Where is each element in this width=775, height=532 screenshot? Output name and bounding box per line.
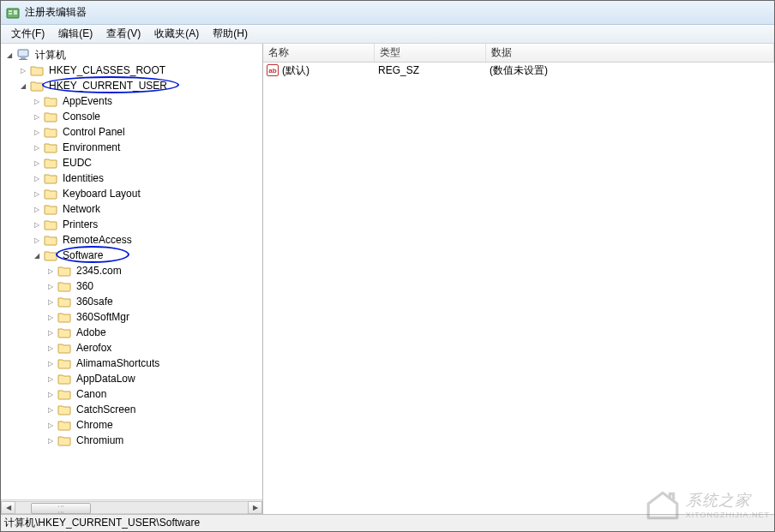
expander-icon[interactable]: [4, 50, 15, 60]
tree-label: EUDC: [61, 157, 93, 169]
tree-item-control-panel[interactable]: Control Panel: [32, 124, 262, 140]
folder-icon: [57, 326, 71, 338]
expander-icon[interactable]: [45, 404, 56, 415]
tree-label: Environment: [61, 141, 122, 153]
tree-item-software[interactable]: Software: [32, 248, 262, 263]
expander-icon[interactable]: [32, 173, 42, 183]
list-header: 名称 类型 数据: [263, 44, 774, 63]
scroll-left-arrow[interactable]: ◀: [1, 501, 15, 514]
tree-item-environment[interactable]: Environment: [32, 140, 262, 155]
expander-icon[interactable]: [32, 250, 42, 260]
column-header-data[interactable]: 数据: [486, 44, 774, 62]
tree-item-aerofox[interactable]: Aerofox: [45, 340, 262, 356]
statusbar: 计算机\HKEY_CURRENT_USER\Software: [1, 514, 774, 531]
expander-icon[interactable]: [45, 374, 56, 384]
tree-label: HKEY_CURRENT_USER: [47, 80, 169, 92]
tree-label: AlimamaShortcuts: [75, 357, 161, 369]
column-header-name[interactable]: 名称: [263, 44, 375, 62]
tree-item-keyboard-layout[interactable]: Keyboard Layout: [32, 186, 262, 201]
tree-item-catchscreen[interactable]: CatchScreen: [45, 402, 262, 417]
tree-item-360softmgr[interactable]: 360SoftMgr: [45, 309, 262, 325]
tree-item-hkcr[interactable]: HKEY_CLASSES_ROOT: [18, 63, 262, 78]
tree-root-computer[interactable]: 计算机: [4, 47, 262, 63]
expander-icon[interactable]: [32, 204, 42, 214]
tree-h-scrollbar[interactable]: ◀ ▶: [1, 499, 262, 514]
menu-edit[interactable]: 编辑(E): [51, 25, 99, 43]
list-body[interactable]: ab (默认) REG_SZ (数值未设置): [263, 63, 774, 514]
expander-icon[interactable]: [45, 343, 56, 353]
expander-icon[interactable]: [45, 266, 56, 276]
tree-item-printers[interactable]: Printers: [32, 217, 262, 232]
menu-view[interactable]: 查看(V): [99, 25, 147, 43]
tree-item-appevents[interactable]: AppEvents: [32, 93, 262, 109]
tree-label: Software: [61, 249, 105, 261]
tree-label: Control Panel: [61, 126, 127, 138]
expander-icon[interactable]: [45, 327, 56, 338]
svg-rect-4: [18, 50, 28, 57]
expander-icon[interactable]: [45, 296, 56, 307]
folder-icon: [57, 357, 71, 369]
expander-icon[interactable]: [45, 281, 56, 291]
tree-item-360safe[interactable]: 360safe: [45, 294, 262, 309]
expander-icon[interactable]: [32, 219, 42, 230]
expander-icon[interactable]: [45, 420, 56, 430]
expander-icon[interactable]: [32, 96, 42, 106]
tree-item-adobe[interactable]: Adobe: [45, 325, 262, 340]
tree-item-appdatalow[interactable]: AppDataLow: [45, 371, 262, 386]
tree-item-canon[interactable]: Canon: [45, 386, 262, 402]
expander-icon[interactable]: [45, 389, 56, 399]
titlebar: 注册表编辑器: [1, 1, 774, 25]
tree-item-2345-com[interactable]: 2345.com: [45, 263, 262, 278]
expander-icon[interactable]: [18, 81, 28, 91]
tree-item-chromium[interactable]: Chromium: [45, 433, 262, 448]
tree-item-alimamashortcuts[interactable]: AlimamaShortcuts: [45, 356, 262, 371]
folder-icon: [44, 126, 57, 138]
folder-icon: [57, 419, 71, 431]
tree-label: Chrome: [75, 419, 115, 431]
expander-icon[interactable]: [32, 142, 42, 152]
menu-file[interactable]: 文件(F): [4, 25, 51, 43]
folder-icon: [57, 311, 71, 323]
expander-icon[interactable]: [32, 158, 42, 168]
menu-favorites[interactable]: 收藏夹(A): [147, 25, 206, 43]
tree-item-network[interactable]: Network: [32, 201, 262, 217]
svg-rect-5: [21, 57, 26, 59]
expander-icon[interactable]: [32, 235, 42, 245]
folder-icon: [57, 373, 71, 385]
tree-label: AppEvents: [61, 95, 114, 107]
registry-editor-window: 注册表编辑器 文件(F) 编辑(E) 查看(V) 收藏夹(A) 帮助(H) 计算…: [0, 0, 775, 532]
tree-item-console[interactable]: Console: [32, 109, 262, 124]
tree-item-remoteaccess[interactable]: RemoteAccess: [32, 232, 262, 248]
folder-icon: [57, 434, 71, 446]
scroll-thumb[interactable]: [31, 503, 91, 514]
svg-rect-6: [19, 59, 27, 60]
window-title: 注册表编辑器: [25, 5, 87, 20]
tree-item-identities[interactable]: Identities: [32, 170, 262, 186]
string-value-icon: ab: [267, 64, 279, 76]
folder-icon: [44, 218, 57, 230]
column-header-type[interactable]: 类型: [375, 44, 486, 62]
list-row[interactable]: ab (默认) REG_SZ (数值未设置): [263, 63, 774, 78]
expander-icon[interactable]: [45, 358, 56, 368]
tree-label: AppDataLow: [75, 373, 137, 385]
scroll-right-arrow[interactable]: ▶: [248, 501, 262, 514]
expander-icon[interactable]: [32, 188, 42, 199]
tree-label: 360: [75, 280, 95, 292]
expander-icon[interactable]: [18, 65, 28, 75]
expander-icon[interactable]: [32, 111, 42, 122]
tree-view[interactable]: 计算机 HKEY_CLASSES_ROOT: [1, 44, 262, 499]
tree-item-hkcu[interactable]: HKEY_CURRENT_USER: [18, 78, 262, 93]
folder-icon: [30, 80, 44, 92]
scroll-track[interactable]: [15, 501, 248, 514]
menu-help[interactable]: 帮助(H): [206, 25, 255, 43]
tree-label: Console: [61, 111, 102, 123]
tree-item-360[interactable]: 360: [45, 278, 262, 294]
client-area: 计算机 HKEY_CLASSES_ROOT: [1, 44, 774, 514]
tree-item-chrome[interactable]: Chrome: [45, 417, 262, 433]
expander-icon[interactable]: [45, 312, 56, 322]
folder-icon: [44, 141, 57, 153]
folder-icon: [57, 403, 71, 415]
tree-item-eudc[interactable]: EUDC: [32, 155, 262, 170]
expander-icon[interactable]: [32, 127, 42, 137]
expander-icon[interactable]: [45, 435, 56, 445]
